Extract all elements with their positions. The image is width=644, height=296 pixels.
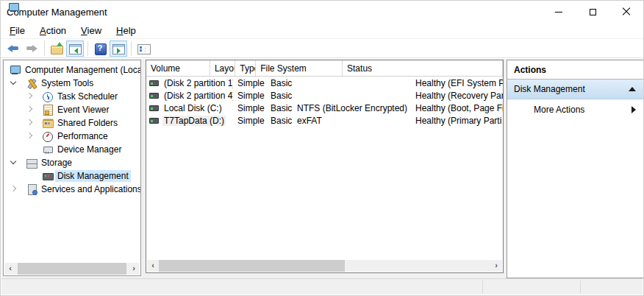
actions-panel: Actions Disk Management More Actions	[507, 60, 644, 278]
menu-bar: FileActionViewHelp	[1, 23, 643, 39]
disk-management-icon	[42, 170, 54, 182]
actions-pane-title: Actions	[507, 60, 643, 80]
volume-row-disk-2-partition-4[interactable]: (Disk 2 partition 4)SimpleBasicHealthy (…	[146, 89, 503, 102]
volume-list-header: VolumeLayoutTypeFile SystemStatus	[146, 60, 503, 77]
toolbar	[1, 39, 643, 58]
menu-help[interactable]: Help	[110, 24, 142, 38]
tree-item-shared-folders[interactable]: Shared Folders	[4, 116, 140, 130]
tree-item-disk-management[interactable]: Disk Management	[4, 169, 140, 183]
menu-view[interactable]: View	[75, 24, 107, 38]
volume-icon	[149, 93, 159, 99]
file-system-cell: exFAT	[293, 116, 411, 126]
column-header-type[interactable]: Type	[235, 60, 256, 76]
layout-cell: Simple	[233, 91, 266, 101]
scrollbar-thumb[interactable]	[18, 263, 126, 275]
system-tools-icon	[26, 77, 37, 89]
volume-row-t7tapdata-d[interactable]: T7TapData (D:)SimpleBasicexFATHealthy (P…	[146, 114, 503, 127]
tree-item-label: Disk Management	[55, 170, 131, 182]
type-cell: Basic	[266, 91, 293, 101]
column-header-volume[interactable]: Volume	[146, 60, 210, 76]
status-bar-separator	[482, 281, 483, 293]
toolbar-separator	[87, 41, 88, 56]
console-tree-panel: Computer Management (LocalSystem ToolsTa…	[3, 60, 141, 276]
menu-action[interactable]: Action	[34, 24, 72, 38]
list-horizontal-scrollbar[interactable]: ‹ ›	[147, 260, 502, 272]
layout-cell: Simple	[233, 116, 266, 126]
tree-item-performance[interactable]: Performance	[4, 130, 140, 143]
triangle-up-icon	[629, 87, 636, 91]
show-console-tree-button[interactable]	[66, 40, 84, 57]
volume-label: T7TapData (D:)	[162, 116, 226, 126]
task-scheduler-icon	[42, 91, 54, 102]
action-pane-icon	[112, 42, 125, 55]
maximize-button[interactable]	[576, 1, 609, 23]
scroll-right-arrow-icon[interactable]: ›	[128, 263, 140, 275]
actions-section-disk-management[interactable]: Disk Management	[507, 80, 643, 99]
up-folder-icon	[50, 42, 63, 55]
file-system-cell: NTFS (BitLocker Encrypted)	[293, 103, 411, 113]
tree-item-services-and-applications[interactable]: Services and Applications	[4, 183, 140, 196]
tree-item-device-manager[interactable]: Device Manager	[4, 143, 140, 156]
chevron-down-icon[interactable]	[10, 158, 16, 164]
tree-item-label: Storage	[39, 157, 74, 169]
status-bar	[1, 278, 643, 295]
scroll-left-arrow-icon[interactable]: ‹	[147, 260, 159, 272]
tree-item-system-tools[interactable]: System Tools	[4, 77, 140, 90]
chevron-right-icon[interactable]	[26, 133, 32, 138]
tree-item-label: Shared Folders	[55, 117, 120, 129]
scrollbar-track[interactable]	[16, 263, 128, 275]
more-actions-label: More Actions	[534, 105, 584, 115]
tree-horizontal-scrollbar[interactable]: ‹ ›	[4, 263, 140, 275]
scrollbar-thumb[interactable]	[159, 260, 345, 272]
title-bar: Computer Management	[1, 1, 643, 23]
chevron-right-icon[interactable]	[26, 119, 32, 125]
type-cell: Basic	[266, 103, 293, 113]
status-cell: Healthy (Primary Parti	[411, 116, 504, 126]
chevron-right-icon[interactable]	[26, 106, 32, 112]
chevron-right-icon[interactable]	[10, 186, 16, 191]
tree-item-storage[interactable]: Storage	[4, 156, 140, 169]
minimize-button[interactable]	[542, 1, 576, 23]
window-controls	[542, 1, 643, 23]
chevron-right-icon[interactable]	[26, 93, 32, 99]
tree-item-computer-management-local[interactable]: Computer Management (Local	[4, 63, 140, 77]
toolbar-separator	[44, 41, 45, 56]
column-header-layout[interactable]: Layout	[210, 60, 235, 76]
computer-icon	[10, 64, 21, 76]
shared-folders-icon	[42, 117, 54, 129]
close-button[interactable]	[609, 1, 643, 23]
volume-row-local-disk-c[interactable]: Local Disk (C:)SimpleBasicNTFS (BitLocke…	[146, 102, 503, 114]
column-header-file-system[interactable]: File System	[256, 60, 343, 76]
scroll-left-arrow-icon[interactable]: ‹	[4, 263, 16, 275]
content-area: Computer Management (LocalSystem ToolsTa…	[1, 59, 643, 280]
up-one-level-button[interactable]	[48, 40, 65, 57]
status-cell: Healthy (Boot, Page Fi	[411, 103, 504, 113]
help-button[interactable]	[91, 40, 109, 57]
scrollbar-track[interactable]	[159, 260, 490, 272]
computer-management-window: { "window": { "title": "Computer Managem…	[0, 0, 644, 296]
back-arrow-icon	[7, 42, 20, 55]
menu-file[interactable]: File	[4, 24, 31, 38]
tree-item-event-viewer[interactable]: Event Viewer	[4, 103, 140, 116]
forward-button[interactable]	[23, 40, 40, 57]
console-tree: Computer Management (LocalSystem ToolsTa…	[4, 60, 140, 196]
column-header-status[interactable]: Status	[343, 60, 503, 76]
back-button[interactable]	[4, 40, 22, 57]
scroll-right-arrow-icon[interactable]: ›	[490, 260, 502, 272]
tree-item-label: System Tools	[39, 77, 96, 89]
more-actions-item[interactable]: More Actions	[507, 99, 643, 119]
tree-item-task-scheduler[interactable]: Task Scheduler	[4, 90, 140, 103]
event-viewer-icon	[42, 104, 54, 116]
triangle-right-icon	[632, 106, 636, 113]
chevron-down-icon[interactable]	[10, 79, 16, 85]
status-bar-separator	[580, 281, 581, 293]
actions-section-label: Disk Management	[514, 84, 585, 94]
tree-item-label: Services and Applications	[39, 183, 141, 195]
tree-item-label: Performance	[55, 130, 110, 142]
window-title: Computer Management	[7, 7, 107, 18]
type-cell: Basic	[266, 116, 293, 126]
tree-item-label: Event Viewer	[55, 104, 111, 116]
properties-button[interactable]	[135, 40, 152, 57]
volume-row-disk-2-partition-1[interactable]: (Disk 2 partition 1)SimpleBasicHealthy (…	[146, 77, 503, 89]
show-action-pane-button[interactable]	[110, 40, 127, 57]
